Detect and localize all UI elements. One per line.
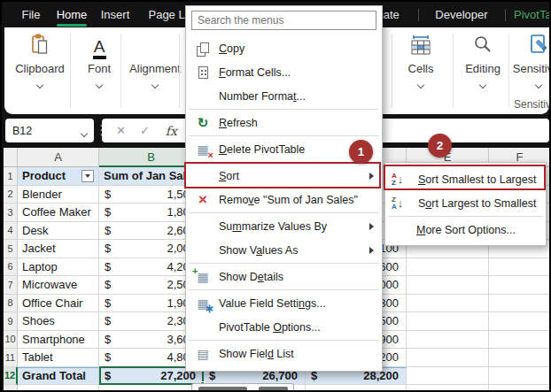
ribbon-group-label: Clipboard (12, 62, 68, 75)
row-header-12[interactable]: 12 (4, 367, 18, 386)
active-tab-underline (57, 24, 87, 27)
currency-symbol: $ (105, 260, 111, 273)
tab-file[interactable]: File (14, 2, 48, 27)
cell-D13[interactable] (306, 385, 407, 392)
currency-symbol: $ (105, 205, 111, 219)
cell-F6[interactable] (489, 258, 551, 277)
chevron-down-icon (479, 81, 486, 88)
menu-item-label: Refresh (219, 117, 258, 129)
fx-icon[interactable]: fx (166, 124, 177, 138)
empty-icon-slot (194, 219, 212, 234)
empty-icon-slot (194, 319, 212, 335)
cancel-icon[interactable]: ✕ (116, 124, 126, 137)
menu-item-label: Summarize Values By (219, 220, 327, 233)
cell-A2[interactable]: Blender (18, 186, 99, 204)
menu-item-summarize-values-by[interactable]: Summarize Values By (186, 214, 382, 238)
search-input[interactable] (191, 11, 376, 30)
menu-item-more-sort-options[interactable]: More Sort Options... (385, 218, 546, 242)
annotation-badge-2: 2 (428, 134, 452, 158)
cell-E7[interactable] (407, 276, 489, 295)
tab-developer[interactable]: Developer (422, 2, 501, 27)
cell-F7[interactable] (489, 276, 551, 295)
row-header-2[interactable]: 2 (4, 186, 18, 204)
name-box[interactable]: B12 (5, 119, 94, 142)
cell-E10[interactable] (407, 331, 489, 350)
cell-A6[interactable]: Laptop (18, 258, 99, 277)
row-header-11[interactable]: 11 (4, 349, 18, 367)
cell-A4[interactable]: Desk (18, 222, 99, 241)
cell-A5[interactable]: Jacket (18, 240, 99, 258)
ribbon-group-editing[interactable]: Editing (454, 27, 511, 114)
menu-separator (189, 135, 379, 136)
menu-item-sort[interactable]: Sort (186, 164, 382, 188)
menu-item-pivottable-options[interactable]: PivotTable Options... (186, 315, 382, 339)
enter-icon[interactable]: ✓ (140, 124, 150, 137)
ribbon-group-label: Sensitivity (510, 62, 549, 75)
tab-pivottable-analyze[interactable]: PivotTable Analyze (507, 2, 551, 27)
cell-E8[interactable] (407, 295, 489, 313)
row-header-3[interactable]: 3 (4, 204, 18, 222)
cell-E9[interactable] (407, 312, 489, 331)
cell-A3[interactable]: Coffee Maker (18, 204, 99, 222)
menu-item-remove-sum-of-jan-sales[interactable]: ×Remove "Sum of Jan Sales" (186, 188, 382, 211)
chevron-down-icon (96, 81, 103, 88)
menu-item-show-details[interactable]: ▦+Show Details (186, 265, 382, 288)
row-header-7[interactable]: 7 (4, 276, 18, 295)
ribbon-separator (508, 34, 509, 108)
cell-A12[interactable]: Grand Total (18, 367, 99, 386)
cell-F11[interactable] (489, 349, 551, 367)
cell-E11[interactable] (407, 349, 489, 367)
ribbon-group-label: Alignment (127, 62, 183, 75)
menu-item-refresh[interactable]: ↻Refresh (186, 111, 382, 135)
menu-item-show-field-list[interactable]: ▤Show Field List (186, 342, 382, 365)
ribbon-group-label: Editing (454, 62, 511, 75)
ribbon-group-clipboard[interactable]: Clipboard (12, 27, 68, 114)
cell-A1[interactable]: Product (18, 167, 99, 186)
ribbon-group-cells[interactable]: Cells (392, 27, 449, 114)
column-header-A[interactable]: A (18, 148, 99, 167)
cell-A10[interactable]: Smartphone (18, 331, 99, 350)
cell-A11[interactable]: Tablet (18, 349, 99, 367)
menu-item-format-cells[interactable]: Format Cells... (186, 60, 382, 84)
menu-item-label: Show Values As (219, 244, 298, 257)
cell-A9[interactable]: Shoes (18, 312, 99, 331)
sort-az-icon: AZ↓ (392, 173, 413, 186)
ribbon-separator (120, 34, 121, 108)
menu-item-label: Sort Smallest to Largest (418, 173, 536, 186)
cell-F9[interactable] (489, 312, 551, 331)
format-cells-icon (194, 65, 212, 81)
row-header-8[interactable]: 8 (4, 295, 18, 313)
row-header-5[interactable]: 5 (4, 240, 18, 258)
cell-A8[interactable]: Office Chair (18, 295, 99, 313)
menu-item-show-values-as[interactable]: Show Values As (186, 238, 382, 262)
menu-item-value-field-settings[interactable]: ▦∗Value Field Settings... (186, 291, 382, 315)
cell-A13[interactable] (18, 385, 99, 392)
tab-insert[interactable]: Insert (94, 2, 136, 27)
row-header-1[interactable]: 1 (4, 167, 18, 186)
filter-dropdown-button[interactable] (81, 170, 94, 182)
menu-item-copy[interactable]: Copy (186, 36, 382, 60)
select-all-corner[interactable] (4, 148, 18, 167)
row-header-4[interactable]: 4 (4, 222, 18, 241)
cell-B13[interactable] (99, 385, 204, 392)
cell-F10[interactable] (489, 331, 551, 350)
row-header-10[interactable]: 10 (4, 331, 18, 350)
cell-E12[interactable] (407, 367, 489, 386)
cell-A7[interactable]: Microwave (18, 276, 99, 295)
ribbon-group-alignment[interactable]: Alignment (127, 27, 183, 114)
cell-F13[interactable] (489, 385, 551, 392)
cell-F8[interactable] (489, 295, 551, 313)
cell-E6[interactable] (407, 258, 489, 277)
submenu-arrow-icon (369, 173, 374, 180)
sort-submenu: AZ↓Sort Smallest to LargestZA↓Sort Large… (384, 162, 547, 246)
menu-item-label: More Sort Options... (416, 224, 516, 236)
row-header-6[interactable]: 6 (4, 258, 18, 277)
ribbon-group-font[interactable]: AFont (71, 27, 128, 114)
row-header-13[interactable]: 13 (4, 385, 18, 392)
cell-E13[interactable] (407, 385, 489, 392)
row-header-9[interactable]: 9 (4, 312, 18, 331)
menu-item-sort-largest-to-smallest[interactable]: ZA↓Sort Largest to Smallest (385, 191, 546, 215)
menu-item-sort-smallest-to-largest[interactable]: AZ↓Sort Smallest to Largest (385, 167, 546, 191)
cell-F12[interactable] (489, 367, 551, 386)
menu-item-number-format[interactable]: Number Format... (186, 84, 382, 108)
